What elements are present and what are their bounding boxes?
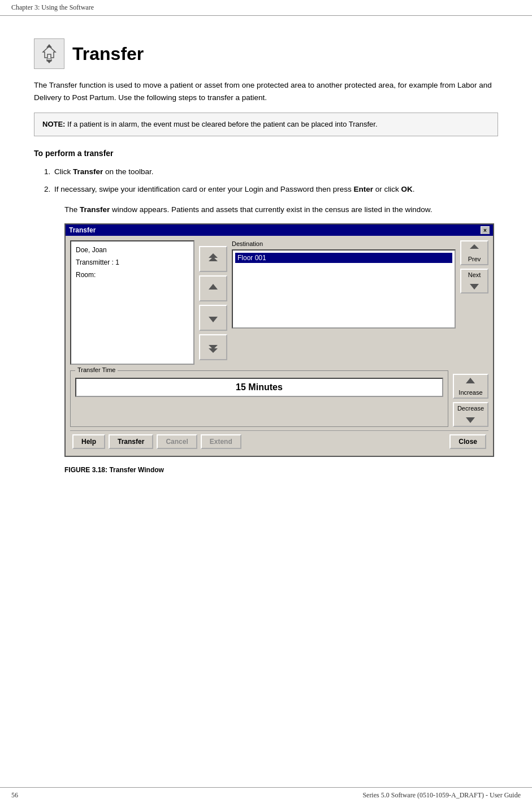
dialog-close-button[interactable]: ×	[481, 226, 490, 234]
step-1-content: Click Transfer on the toolbar.	[54, 166, 498, 178]
patient-name: Doe, Joan	[73, 244, 191, 256]
main-content: Transfer The Transfer function is used t…	[0, 16, 532, 519]
svg-marker-10	[209, 348, 218, 353]
transfer-dialog: Transfer × Doe, Joan Transmitter : 1 Roo…	[64, 223, 494, 457]
section-title: Transfer	[72, 44, 144, 64]
chapter-label: Chapter 3: Using the Software	[11, 3, 94, 11]
transfer-icon-box	[34, 38, 64, 69]
destination-panel: Destination Floor 001	[232, 240, 456, 365]
transfer-button[interactable]: Transfer	[109, 434, 153, 449]
prev-next-col: Prev Next	[460, 240, 488, 365]
double-up-arrow-icon	[206, 252, 220, 266]
arrow-buttons-col	[199, 240, 227, 365]
down-arrow-icon	[206, 311, 220, 325]
close-button[interactable]: Close	[449, 434, 486, 449]
transfer-time-group: Transfer Time 15 Minutes	[70, 370, 448, 427]
intro-text: The Transfer function is used to move a …	[34, 79, 498, 103]
procedure-heading: To perform a transfer	[34, 149, 498, 158]
next-button[interactable]: Next	[460, 269, 488, 293]
move-down-double-button[interactable]	[199, 334, 227, 360]
step-2: 2. If necessary, swipe your identificati…	[34, 183, 498, 196]
patient-transmitter: Transmitter : 1	[73, 256, 191, 269]
dialog-wrapper: Transfer × Doe, Joan Transmitter : 1 Roo…	[64, 223, 498, 457]
page-number: 56	[11, 791, 18, 800]
prev-arrow-icon	[468, 243, 481, 254]
extend-button[interactable]: Extend	[201, 434, 241, 449]
help-button[interactable]: Help	[72, 434, 105, 449]
step-2-num: 2.	[34, 183, 54, 196]
next-label: Next	[468, 271, 481, 278]
svg-marker-7	[209, 284, 218, 290]
move-up-double-button[interactable]	[199, 246, 227, 272]
inc-dec-col: Increase Decrease	[453, 370, 488, 427]
destination-list[interactable]: Floor 001	[232, 249, 456, 329]
step-2-bold2: OK	[401, 185, 413, 193]
destination-label: Destination	[232, 240, 456, 247]
double-down-arrow-icon	[206, 340, 220, 354]
svg-marker-11	[470, 244, 479, 249]
dialog-body: Doe, Joan Transmitter : 1 Room:	[66, 236, 493, 456]
transfer-icon	[38, 43, 60, 64]
move-down-button[interactable]	[199, 305, 227, 331]
product-info: Series 5.0 Software (0510-1059-A_DRAFT) …	[362, 791, 521, 800]
dialog-title: Transfer	[69, 226, 96, 234]
svg-marker-12	[470, 284, 479, 290]
figure-caption-text: Transfer Window	[109, 466, 164, 474]
steps-list: 1. Click Transfer on the toolbar. 2. If …	[34, 166, 498, 196]
prev-label: Prev	[468, 256, 481, 262]
decrease-arrow-icon	[464, 413, 477, 424]
cancel-button[interactable]: Cancel	[157, 434, 197, 449]
figure-caption: FIGURE 3.18: Transfer Window	[64, 466, 498, 474]
svg-marker-8	[209, 317, 218, 322]
transfer-time-label: Transfer Time	[75, 366, 118, 373]
decrease-button[interactable]: Decrease	[453, 402, 488, 427]
increase-arrow-icon	[464, 377, 477, 388]
svg-marker-14	[466, 417, 475, 423]
step-1: 1. Click Transfer on the toolbar.	[34, 166, 498, 178]
step-2-bold1: Enter	[354, 185, 374, 193]
increase-button[interactable]: Increase	[453, 374, 488, 399]
transfer-time-section: Transfer Time 15 Minutes Increase Decrea…	[70, 370, 488, 427]
step-1-num: 1.	[34, 166, 54, 178]
note-text: If a patient is in alarm, the event must…	[65, 120, 377, 128]
patient-list-panel[interactable]: Doe, Joan Transmitter : 1 Room:	[70, 240, 194, 365]
dialog-footer: Help Transfer Cancel Extend Close	[70, 430, 488, 451]
figure-label: FIGURE 3.18:	[64, 466, 107, 474]
destination-selected-item[interactable]: Floor 001	[235, 253, 452, 263]
step-1-bold: Transfer	[73, 167, 103, 176]
sub-para-bold: Transfer	[80, 205, 110, 214]
time-display: 15 Minutes	[75, 378, 443, 397]
decrease-label: Decrease	[457, 405, 484, 412]
top-bar: Chapter 3: Using the Software	[0, 0, 532, 16]
dialog-top-row: Doe, Joan Transmitter : 1 Room:	[70, 240, 488, 365]
up-arrow-icon	[206, 282, 220, 295]
next-arrow-icon	[468, 279, 481, 291]
bottom-bar: 56 Series 5.0 Software (0510-1059-A_DRAF…	[0, 787, 532, 803]
note-box: NOTE: If a patient is in alarm, the even…	[34, 113, 498, 136]
sub-paragraph: The Transfer window appears. Patients an…	[64, 204, 498, 216]
increase-label: Increase	[459, 389, 482, 396]
move-up-button[interactable]	[199, 275, 227, 301]
footer-left-buttons: Help Transfer Cancel Extend	[72, 434, 241, 449]
section-header: Transfer	[34, 38, 498, 69]
svg-marker-13	[466, 378, 475, 383]
step-2-content: If necessary, swipe your identification …	[54, 183, 498, 196]
prev-button[interactable]: Prev	[460, 240, 488, 265]
dialog-titlebar: Transfer ×	[66, 225, 493, 236]
note-label: NOTE:	[42, 120, 65, 128]
patient-room: Room:	[73, 269, 191, 281]
